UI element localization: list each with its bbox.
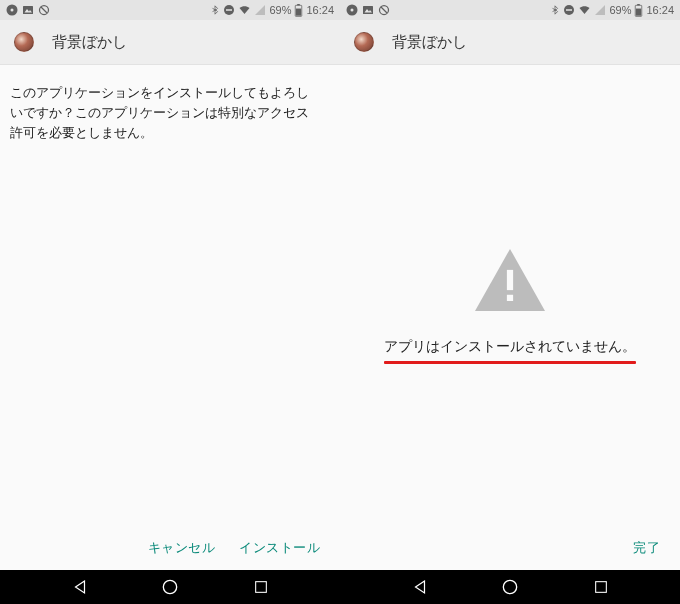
music-icon — [6, 4, 18, 16]
do-not-disturb-icon — [563, 4, 575, 16]
svg-rect-7 — [226, 9, 232, 11]
highlight-underline — [384, 361, 636, 364]
app-icon — [14, 32, 34, 52]
recent-button[interactable] — [250, 576, 272, 598]
screen-install-prompt: 69% 16:24 背景ぼかし このアプリケーションをインストールしてもよろしい… — [0, 0, 340, 570]
svg-rect-24 — [507, 295, 513, 301]
dialog-button-row: キャンセル インストール — [0, 526, 340, 570]
status-bar: 69% 16:24 — [0, 0, 340, 20]
svg-rect-26 — [255, 582, 266, 593]
home-button[interactable] — [499, 576, 521, 598]
no-sign-icon — [378, 4, 390, 16]
battery-percent: 69% — [609, 4, 631, 16]
error-text: アプリはインストールされていません。 — [384, 339, 636, 354]
done-button[interactable]: 完了 — [633, 540, 660, 557]
signal-icon — [594, 4, 606, 16]
battery-percent: 69% — [269, 4, 291, 16]
wifi-icon — [578, 4, 591, 16]
svg-point-25 — [163, 580, 176, 593]
no-sign-icon — [38, 4, 50, 16]
nav-bar — [340, 570, 680, 604]
app-icon — [354, 32, 374, 52]
app-bar: 背景ぼかし — [0, 20, 340, 65]
cancel-button[interactable]: キャンセル — [148, 540, 216, 557]
clock: 16:24 — [306, 4, 334, 16]
battery-icon — [294, 4, 303, 17]
svg-rect-18 — [566, 9, 572, 11]
back-button[interactable] — [69, 576, 91, 598]
back-button[interactable] — [409, 576, 431, 598]
svg-rect-23 — [507, 270, 513, 290]
do-not-disturb-icon — [223, 4, 235, 16]
svg-rect-28 — [595, 582, 606, 593]
bluetooth-icon — [210, 4, 220, 16]
picture-icon — [22, 4, 34, 16]
clock: 16:24 — [646, 4, 674, 16]
svg-rect-2 — [23, 6, 33, 14]
home-button[interactable] — [159, 576, 181, 598]
svg-point-1 — [11, 9, 14, 12]
svg-rect-21 — [636, 8, 641, 15]
error-message: アプリはインストールされていません。 — [384, 337, 636, 364]
battery-icon — [634, 4, 643, 17]
wifi-icon — [238, 4, 251, 16]
nav-bar — [0, 570, 340, 604]
screen-install-failed: 69% 16:24 背景ぼかし アプリはインストールされ — [340, 0, 680, 570]
navigation-bar-row — [0, 570, 680, 604]
music-icon — [346, 4, 358, 16]
svg-rect-20 — [638, 4, 641, 5]
install-dialog-body: このアプリケーションをインストールしてもよろしいですか？このアプリケーションは特… — [0, 65, 340, 526]
app-title: 背景ぼかし — [52, 33, 127, 52]
signal-icon — [254, 4, 266, 16]
svg-point-12 — [351, 9, 354, 12]
recent-button[interactable] — [590, 576, 612, 598]
bluetooth-icon — [550, 4, 560, 16]
dialog-button-row: 完了 — [340, 526, 680, 570]
picture-icon — [362, 4, 374, 16]
error-body: アプリはインストールされていません。 — [340, 65, 680, 526]
svg-rect-9 — [298, 4, 301, 5]
install-button[interactable]: インストール — [239, 540, 320, 557]
app-title: 背景ぼかし — [392, 33, 467, 52]
svg-rect-13 — [363, 6, 373, 14]
svg-point-27 — [503, 580, 516, 593]
svg-rect-10 — [296, 8, 301, 15]
svg-line-5 — [41, 7, 47, 13]
status-bar: 69% 16:24 — [340, 0, 680, 20]
install-message: このアプリケーションをインストールしてもよろしいですか？このアプリケーションは特… — [10, 83, 320, 143]
svg-line-16 — [381, 7, 387, 13]
app-bar: 背景ぼかし — [340, 20, 680, 65]
warning-triangle-icon — [470, 245, 550, 321]
